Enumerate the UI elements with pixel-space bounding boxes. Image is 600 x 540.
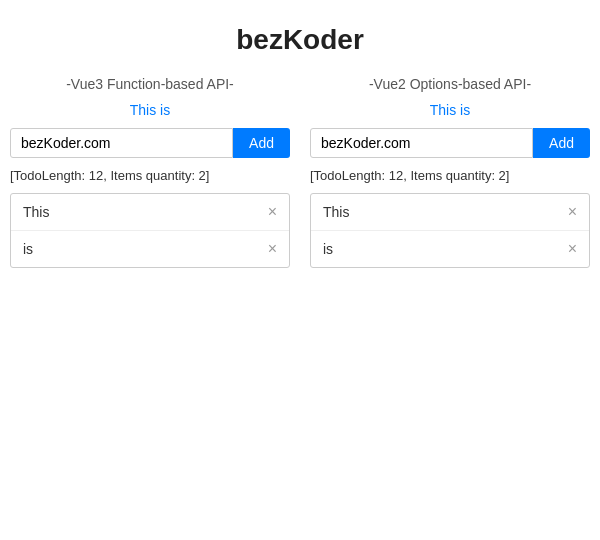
add-button-1[interactable]: Add: [533, 128, 590, 158]
remove-item-button[interactable]: ×: [268, 241, 277, 257]
list-item-text: This: [323, 204, 349, 220]
column-title-0: -Vue3 Function-based API-: [66, 76, 234, 92]
todo-list-1: This×is×: [310, 193, 590, 268]
list-item-text: is: [23, 241, 33, 257]
todo-input-1[interactable]: [310, 128, 533, 158]
remove-item-button[interactable]: ×: [568, 204, 577, 220]
columns-container: -Vue3 Function-based API-This isAdd[Todo…: [10, 76, 590, 268]
input-row-1: Add: [310, 128, 590, 158]
page-title: bezKoder: [236, 24, 364, 56]
this-is-label-1: This is: [430, 102, 470, 118]
vue2-column: -Vue2 Options-based API-This isAdd[TodoL…: [310, 76, 590, 268]
list-item: is×: [11, 231, 289, 267]
todo-info-1: [TodoLength: 12, Items quantity: 2]: [310, 168, 590, 183]
list-item-text: This: [23, 204, 49, 220]
todo-list-0: This×is×: [10, 193, 290, 268]
this-is-label-0: This is: [130, 102, 170, 118]
input-row-0: Add: [10, 128, 290, 158]
column-title-1: -Vue2 Options-based API-: [369, 76, 531, 92]
remove-item-button[interactable]: ×: [568, 241, 577, 257]
vue3-column: -Vue3 Function-based API-This isAdd[Todo…: [10, 76, 290, 268]
remove-item-button[interactable]: ×: [268, 204, 277, 220]
list-item: This×: [311, 194, 589, 231]
list-item: This×: [11, 194, 289, 231]
list-item: is×: [311, 231, 589, 267]
todo-input-0[interactable]: [10, 128, 233, 158]
add-button-0[interactable]: Add: [233, 128, 290, 158]
list-item-text: is: [323, 241, 333, 257]
todo-info-0: [TodoLength: 12, Items quantity: 2]: [10, 168, 290, 183]
